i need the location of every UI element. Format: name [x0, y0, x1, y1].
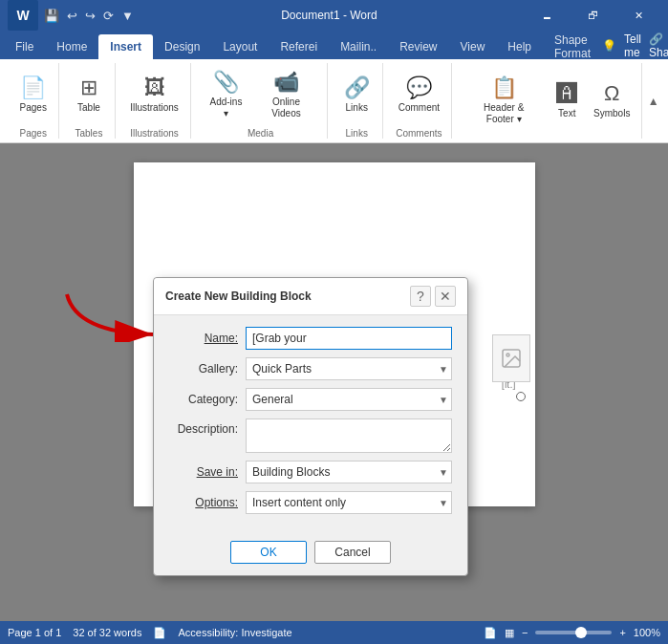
undo-icon[interactable]: ↩ [67, 9, 77, 23]
dialog-title: Create New Building Block [165, 290, 312, 303]
minimize-button[interactable]: 🗕 [525, 0, 569, 31]
addins-button[interactable]: 📎 Add-ins ▾ [203, 66, 250, 123]
ribbon-collapse-button[interactable]: ▲ [646, 63, 660, 139]
options-select[interactable]: Insert content only Insert content in it… [246, 491, 452, 514]
dialog-help-button[interactable]: ? [410, 286, 431, 307]
tab-insert[interactable]: Insert [98, 34, 153, 59]
name-input[interactable] [246, 327, 452, 350]
gallery-select-wrapper: Quick Parts AutoText Document Property F… [246, 357, 452, 380]
header-footer-button[interactable]: 📋 Header & Footer ▾ [463, 72, 544, 129]
ribbon-group-comments: 💬 Comment Comments [387, 63, 452, 139]
redo-icon[interactable]: ↪ [85, 9, 96, 23]
ribbon-group-tables: ⊞ Table Tables [63, 63, 115, 139]
tab-shape-format[interactable]: Shape Format [543, 34, 602, 59]
dialog-overlay: Create New Building Block ? ✕ Name: Gall… [0, 143, 668, 621]
description-input[interactable] [246, 419, 452, 453]
restore-button[interactable]: 🗗 [571, 0, 614, 31]
options-select-wrapper: Insert content only Insert content in it… [246, 491, 452, 514]
comment-icon: 💬 [406, 75, 432, 100]
tab-file[interactable]: File [4, 34, 45, 59]
symbols-button[interactable]: Ω Symbols [590, 77, 634, 123]
online-videos-icon: 📹 [273, 70, 299, 95]
table-button[interactable]: ⊞ Table [70, 72, 108, 118]
dialog-body: Name: Gallery: Quick Parts AutoText Docu… [154, 315, 467, 533]
quick-access-toolbar: 💾 ↩ ↪ ⟳ ▼ [44, 9, 134, 23]
illustrations-icon: 🖼 [144, 75, 165, 100]
category-select-wrapper: General Built-In ▼ [246, 388, 452, 411]
share-button[interactable]: 🔗 Share [649, 32, 668, 59]
savein-row: Save in: Building Blocks Normal AutoText… [169, 461, 452, 483]
pages-button[interactable]: 📄 Pages [14, 72, 53, 118]
more-icon[interactable]: ▼ [121, 9, 134, 23]
ribbon-group-text: 📋 Header & Footer ▾ 🅰 Text Ω Symbols [456, 63, 642, 139]
word-count: 32 of 32 words [73, 627, 141, 638]
layout-icon: 📄 [484, 627, 497, 639]
name-row: Name: [169, 327, 452, 350]
zoom-in-icon[interactable]: + [619, 627, 625, 638]
dialog-title-controls: ? ✕ [410, 286, 456, 307]
symbols-icon: Ω [604, 81, 619, 106]
tell-me-label[interactable]: Tell me [624, 32, 641, 59]
pages-icon: 📄 [20, 75, 46, 100]
text-button[interactable]: 🅰 Text [548, 77, 586, 123]
ribbon-group-links: 🔗 Links Links [332, 63, 383, 139]
title-bar: W 💾 ↩ ↪ ⟳ ▼ Document1 - Word 🗕 🗗 ✕ [0, 0, 668, 31]
tab-design[interactable]: Design [153, 34, 211, 59]
category-row: Category: General Built-In ▼ [169, 388, 452, 411]
description-label: Description: [169, 419, 246, 436]
pages-group-label: Pages [20, 126, 47, 139]
proofing-icon: 📄 [153, 627, 166, 639]
links-button[interactable]: 🔗 Links [337, 72, 376, 118]
links-group-label: Links [346, 126, 368, 139]
status-bar: Page 1 of 1 32 of 32 words 📄 Accessibili… [0, 621, 668, 644]
lightbulb-icon: 💡 [602, 39, 616, 53]
close-button[interactable]: ✕ [616, 0, 660, 31]
accessibility-status[interactable]: Accessibility: Investigate [178, 627, 291, 638]
tab-review[interactable]: Review [388, 34, 448, 59]
ribbon-group-pages: 📄 Pages Pages [8, 63, 59, 139]
word-logo: W [8, 0, 38, 31]
tab-help[interactable]: Help [496, 34, 543, 59]
savein-label: Save in: [169, 465, 246, 479]
zoom-level: 100% [634, 627, 660, 638]
ribbon-group-illustrations: 🖼 Illustrations Illustrations [119, 63, 191, 139]
tab-layout[interactable]: Layout [211, 34, 269, 59]
refresh-icon[interactable]: ⟳ [103, 9, 114, 23]
ok-button[interactable]: OK [230, 541, 307, 564]
media-group-label: Media [248, 126, 273, 139]
zoom-thumb [575, 627, 587, 638]
description-row: Description: [169, 419, 452, 453]
tab-mailings[interactable]: Mailin.. [329, 34, 388, 59]
create-building-block-dialog: Create New Building Block ? ✕ Name: Gall… [153, 277, 468, 576]
dialog-close-button[interactable]: ✕ [435, 286, 456, 307]
online-videos-button[interactable]: 📹 Online Videos [253, 66, 318, 123]
tab-home[interactable]: Home [45, 34, 98, 59]
save-icon[interactable]: 💾 [44, 9, 59, 23]
window-title: Document1 - Word [134, 9, 525, 22]
links-icon: 🔗 [344, 75, 370, 100]
comment-button[interactable]: 💬 Comment [393, 72, 445, 118]
focus-icon: ▦ [505, 627, 514, 639]
ribbon-group-media: 📎 Add-ins ▾ 📹 Online Videos Media [195, 63, 328, 139]
category-label: Category: [169, 393, 246, 406]
gallery-select[interactable]: Quick Parts AutoText Document Property F… [246, 357, 452, 380]
category-select[interactable]: General Built-In [246, 388, 452, 411]
savein-select[interactable]: Building Blocks Normal AutoText [246, 461, 452, 483]
tab-view[interactable]: View [449, 34, 497, 59]
window-controls: 🗕 🗗 ✕ [525, 0, 660, 31]
comments-group-label: Comments [396, 126, 442, 139]
page-indicator: Page 1 of 1 [8, 627, 61, 638]
options-row: Options: Insert content only Insert cont… [169, 491, 452, 514]
table-icon: ⊞ [80, 75, 97, 100]
zoom-slider[interactable] [535, 631, 612, 634]
options-label: Options: [169, 496, 246, 509]
text-icon: 🅰 [556, 81, 577, 106]
zoom-out-icon[interactable]: − [522, 627, 528, 638]
gallery-label: Gallery: [169, 362, 246, 376]
illustrations-button[interactable]: 🖼 Illustrations [124, 72, 184, 118]
header-footer-icon: 📋 [491, 75, 517, 100]
dialog-title-bar: Create New Building Block ? ✕ [154, 278, 467, 315]
tab-references[interactable]: Referei [269, 34, 329, 59]
cancel-button[interactable]: Cancel [314, 541, 391, 564]
ribbon-right: 💡 Tell me 🔗 Share [602, 32, 668, 59]
